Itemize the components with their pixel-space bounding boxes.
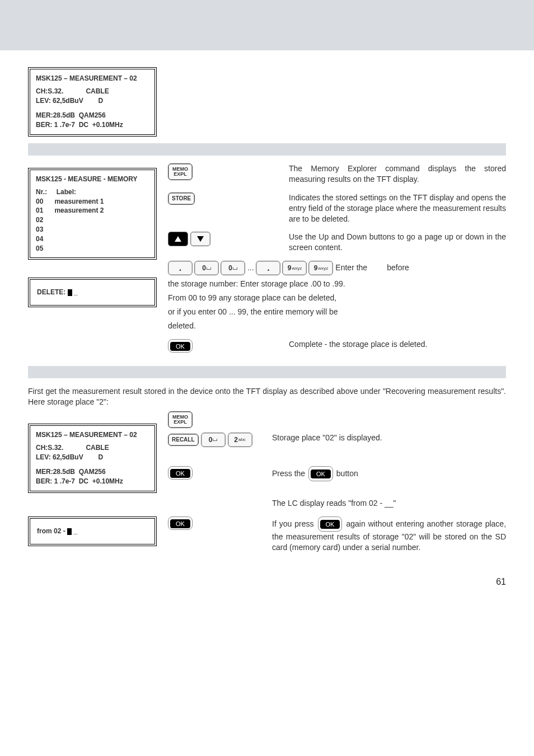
lcd-memory-list: MSK125 - MEASURE - MEMORY Nr.: Label: 00…: [28, 168, 157, 260]
updown-text: Use the Up and Down buttons to go a page…: [289, 232, 506, 253]
zero-key-3[interactable]: 0⌴: [201, 433, 226, 447]
lcd-from-02: from 02 - _: [28, 516, 157, 546]
recall-text: Storage place "02" is displayed.: [272, 433, 506, 443]
section-divider-2: [28, 366, 506, 378]
recall-button[interactable]: RECALL: [168, 434, 199, 446]
nine-key-2[interactable]: 9wxyz: [308, 261, 333, 275]
lcdisplay-text: The LC display reads "from 02 - __": [272, 498, 506, 509]
zero-key-2[interactable]: 0⌴: [221, 261, 245, 275]
ok-button-inline-2[interactable]: OK: [318, 516, 343, 532]
cursor-icon: [68, 289, 72, 296]
dot-key-2[interactable]: .: [256, 261, 280, 275]
ok-button-3[interactable]: OK: [168, 516, 193, 530]
lcd-delete: DELETE: _: [28, 278, 157, 307]
cursor-icon-2: [67, 528, 72, 535]
store-button[interactable]: STORE: [168, 192, 195, 205]
store-text: Indicates the stored settings on the TFT…: [289, 192, 506, 224]
zero-key-1[interactable]: 0⌴: [194, 261, 219, 275]
lcd-measurement-2: MSK125 – MEASUREMENT – 02 CH:S.32. CABLE…: [28, 424, 157, 493]
lcd1-title: MSK125 – MEASUREMENT – 02: [36, 74, 149, 83]
ok-button-2[interactable]: OK: [168, 466, 193, 480]
arrow-down-button[interactable]: [190, 232, 210, 246]
memo-expl-button-2[interactable]: MEMO EXPL: [168, 411, 193, 428]
arrow-up-button[interactable]: [168, 232, 188, 246]
lcd-measurement-1: MSK125 – MEASUREMENT – 02 CH:S.32. CABLE…: [28, 67, 157, 137]
section-divider: [28, 143, 506, 156]
ok1-text: Complete - the storage place is deleted.: [289, 339, 506, 350]
ok-button-inline-1[interactable]: OK: [308, 466, 333, 481]
ok-button-1[interactable]: OK: [168, 339, 193, 353]
two-key[interactable]: 2abc: [228, 433, 252, 447]
dot-key[interactable]: .: [168, 261, 193, 275]
page-number: 61: [28, 577, 506, 587]
memo-expl-button[interactable]: MEMO EXPL: [168, 163, 193, 180]
intro-text-2: First get the measurement result stored …: [28, 386, 506, 408]
memo-expl-text: The Memory Explorer command displays the…: [289, 163, 506, 185]
nine-key-1[interactable]: 9wxyz: [282, 261, 307, 275]
